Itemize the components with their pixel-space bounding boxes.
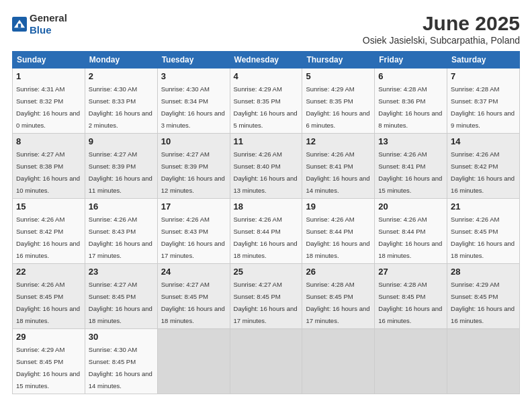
day-info: Sunrise: 4:27 AMSunset: 8:39 PMDaylight:…: [161, 150, 225, 194]
table-row: 20 Sunrise: 4:26 AMSunset: 8:44 PMDaylig…: [375, 199, 447, 264]
table-row: 24 Sunrise: 4:27 AMSunset: 8:45 PMDaylig…: [157, 264, 230, 329]
col-sunday: Sunday: [13, 52, 85, 68]
page: General Blue June 2025 Osiek Jasielski, …: [0, 0, 532, 411]
day-number: 29: [16, 332, 81, 342]
day-info: Sunrise: 4:29 AMSunset: 8:45 PMDaylight:…: [451, 281, 515, 324]
calendar-week-row: 22 Sunrise: 4:26 AMSunset: 8:45 PMDaylig…: [13, 264, 520, 329]
day-info: Sunrise: 4:29 AMSunset: 8:35 PMDaylight:…: [306, 85, 369, 129]
day-number: 27: [378, 267, 443, 277]
table-row: 19 Sunrise: 4:26 AMSunset: 8:44 PMDaylig…: [302, 199, 375, 264]
table-row: 21 Sunrise: 4:26 AMSunset: 8:45 PMDaylig…: [447, 199, 520, 264]
title-area: June 2025 Osiek Jasielski, Subcarpathia,…: [363, 12, 520, 46]
day-info: Sunrise: 4:30 AMSunset: 8:45 PMDaylight:…: [89, 346, 152, 390]
day-number: 19: [306, 201, 371, 212]
day-number: 25: [234, 267, 299, 277]
day-number: 12: [306, 136, 371, 146]
day-number: 3: [161, 71, 226, 81]
table-row: 10 Sunrise: 4:27 AMSunset: 8:39 PMDaylig…: [157, 134, 230, 199]
day-number: 17: [161, 201, 226, 212]
day-info: Sunrise: 4:26 AMSunset: 8:45 PMDaylight:…: [16, 281, 80, 324]
day-info: Sunrise: 4:27 AMSunset: 8:45 PMDaylight:…: [89, 281, 152, 324]
day-number: 18: [234, 201, 299, 212]
table-row: 23 Sunrise: 4:27 AMSunset: 8:45 PMDaylig…: [85, 264, 157, 329]
location-subtitle: Osiek Jasielski, Subcarpathia, Poland: [363, 35, 520, 46]
day-info: Sunrise: 4:28 AMSunset: 8:37 PMDaylight:…: [451, 85, 515, 129]
day-number: 28: [451, 267, 516, 277]
svg-rect-2: [18, 24, 21, 28]
calendar-week-row: 8 Sunrise: 4:27 AMSunset: 8:38 PMDayligh…: [13, 134, 520, 199]
table-row: 16 Sunrise: 4:26 AMSunset: 8:43 PMDaylig…: [85, 199, 157, 264]
calendar-week-row: 29 Sunrise: 4:29 AMSunset: 8:45 PMDaylig…: [13, 329, 520, 394]
table-row: 22 Sunrise: 4:26 AMSunset: 8:45 PMDaylig…: [13, 264, 85, 329]
table-row: 1 Sunrise: 4:31 AMSunset: 8:32 PMDayligh…: [13, 68, 85, 134]
table-row: 6 Sunrise: 4:28 AMSunset: 8:36 PMDayligh…: [375, 68, 447, 134]
day-info: Sunrise: 4:30 AMSunset: 8:33 PMDaylight:…: [89, 85, 152, 129]
calendar-table: Sunday Monday Tuesday Wednesday Thursday…: [12, 51, 520, 394]
day-number: 26: [306, 267, 371, 277]
logo-icon: [12, 17, 27, 32]
day-number: 14: [451, 136, 516, 146]
table-row: 12 Sunrise: 4:26 AMSunset: 8:41 PMDaylig…: [302, 134, 375, 199]
col-friday: Friday: [375, 52, 447, 68]
day-info: Sunrise: 4:27 AMSunset: 8:38 PMDaylight:…: [16, 150, 80, 194]
table-row: 29 Sunrise: 4:29 AMSunset: 8:45 PMDaylig…: [13, 329, 85, 394]
table-row: [375, 329, 447, 394]
logo: General Blue: [12, 12, 67, 36]
day-info: Sunrise: 4:27 AMSunset: 8:45 PMDaylight:…: [234, 281, 298, 324]
table-row: 27 Sunrise: 4:28 AMSunset: 8:45 PMDaylig…: [375, 264, 447, 329]
day-number: 22: [16, 267, 81, 277]
table-row: 7 Sunrise: 4:28 AMSunset: 8:37 PMDayligh…: [447, 68, 520, 134]
table-row: 15 Sunrise: 4:26 AMSunset: 8:42 PMDaylig…: [13, 199, 85, 264]
day-info: Sunrise: 4:26 AMSunset: 8:41 PMDaylight:…: [378, 150, 442, 194]
day-number: 8: [16, 136, 81, 146]
day-number: 5: [306, 71, 371, 81]
day-info: Sunrise: 4:26 AMSunset: 8:40 PMDaylight:…: [234, 150, 298, 194]
calendar-header-row: Sunday Monday Tuesday Wednesday Thursday…: [13, 52, 520, 68]
table-row: 8 Sunrise: 4:27 AMSunset: 8:38 PMDayligh…: [13, 134, 85, 199]
col-monday: Monday: [85, 52, 157, 68]
day-number: 7: [451, 71, 516, 81]
day-info: Sunrise: 4:29 AMSunset: 8:35 PMDaylight:…: [234, 85, 298, 129]
table-row: 25 Sunrise: 4:27 AMSunset: 8:45 PMDaylig…: [230, 264, 302, 329]
col-thursday: Thursday: [302, 52, 375, 68]
table-row: 5 Sunrise: 4:29 AMSunset: 8:35 PMDayligh…: [302, 68, 375, 134]
day-number: 4: [234, 71, 299, 81]
day-number: 9: [89, 136, 154, 146]
table-row: 14 Sunrise: 4:26 AMSunset: 8:42 PMDaylig…: [447, 134, 520, 199]
day-info: Sunrise: 4:26 AMSunset: 8:45 PMDaylight:…: [451, 216, 515, 259]
day-number: 15: [16, 201, 81, 212]
table-row: 3 Sunrise: 4:30 AMSunset: 8:34 PMDayligh…: [157, 68, 230, 134]
logo-text: General Blue: [30, 12, 67, 36]
table-row: 17 Sunrise: 4:26 AMSunset: 8:43 PMDaylig…: [157, 199, 230, 264]
month-title: June 2025: [363, 12, 520, 35]
logo-blue: Blue: [30, 24, 52, 36]
day-info: Sunrise: 4:28 AMSunset: 8:45 PMDaylight:…: [378, 281, 442, 324]
day-number: 23: [89, 267, 154, 277]
day-number: 21: [451, 201, 516, 212]
day-info: Sunrise: 4:26 AMSunset: 8:44 PMDaylight:…: [378, 216, 442, 259]
table-row: 26 Sunrise: 4:28 AMSunset: 8:45 PMDaylig…: [302, 264, 375, 329]
table-row: 13 Sunrise: 4:26 AMSunset: 8:41 PMDaylig…: [375, 134, 447, 199]
day-info: Sunrise: 4:26 AMSunset: 8:41 PMDaylight:…: [306, 150, 369, 194]
day-info: Sunrise: 4:26 AMSunset: 8:44 PMDaylight:…: [306, 216, 369, 259]
logo-general: General: [30, 12, 67, 24]
day-info: Sunrise: 4:26 AMSunset: 8:42 PMDaylight:…: [16, 216, 80, 259]
day-info: Sunrise: 4:31 AMSunset: 8:32 PMDaylight:…: [16, 85, 80, 129]
day-info: Sunrise: 4:27 AMSunset: 8:45 PMDaylight:…: [161, 281, 225, 324]
table-row: 2 Sunrise: 4:30 AMSunset: 8:33 PMDayligh…: [85, 68, 157, 134]
day-info: Sunrise: 4:27 AMSunset: 8:39 PMDaylight:…: [89, 150, 152, 194]
day-number: 20: [378, 201, 443, 212]
day-info: Sunrise: 4:26 AMSunset: 8:43 PMDaylight:…: [161, 216, 225, 259]
table-row: 4 Sunrise: 4:29 AMSunset: 8:35 PMDayligh…: [230, 68, 302, 134]
day-info: Sunrise: 4:30 AMSunset: 8:34 PMDaylight:…: [161, 85, 225, 129]
day-info: Sunrise: 4:28 AMSunset: 8:45 PMDaylight:…: [306, 281, 369, 324]
table-row: [157, 329, 230, 394]
day-number: 10: [161, 136, 226, 146]
day-info: Sunrise: 4:26 AMSunset: 8:42 PMDaylight:…: [451, 150, 515, 194]
table-row: [230, 329, 302, 394]
table-row: [302, 329, 375, 394]
table-row: 28 Sunrise: 4:29 AMSunset: 8:45 PMDaylig…: [447, 264, 520, 329]
day-info: Sunrise: 4:26 AMSunset: 8:43 PMDaylight:…: [89, 216, 152, 259]
day-number: 6: [378, 71, 443, 81]
day-number: 2: [89, 71, 154, 81]
